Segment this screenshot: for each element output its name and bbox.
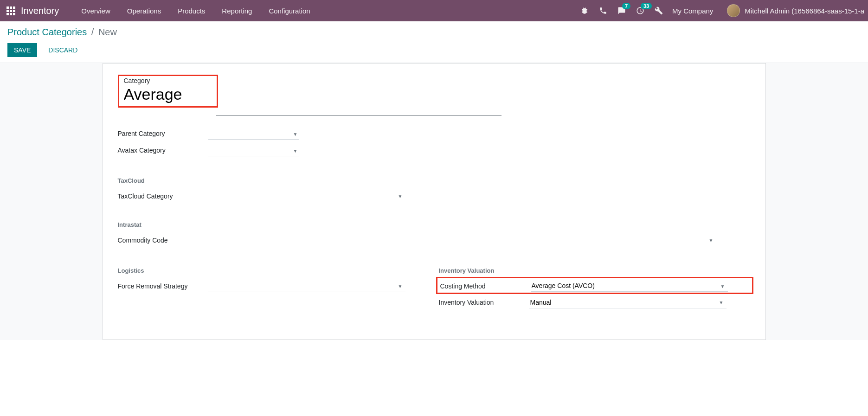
inventory-valuation-select[interactable] [529,297,727,308]
discard-button[interactable]: Discard [42,43,84,57]
nav-products[interactable]: Products [169,1,213,20]
avatar [727,4,740,17]
costing-method-label: Costing Method [440,282,531,290]
breadcrumb-parent[interactable]: Product Categories [7,27,87,37]
apps-icon[interactable] [6,6,15,15]
activity-badge: 33 [641,3,652,9]
form-container: Category Parent Category ▼ Avatax Catego… [0,63,868,340]
breadcrumb-sep: / [91,27,94,37]
force-removal-input[interactable] [208,281,405,292]
parent-category-input[interactable] [208,128,299,140]
cp-buttons: Save Discard [7,43,861,63]
save-button[interactable]: Save [7,43,37,57]
nav-configuration[interactable]: Configuration [260,1,318,20]
logistics-section-title: Logistics [118,267,430,274]
avatax-category-label: Avatax Category [118,147,208,154]
activity-icon[interactable]: 33 [636,6,644,15]
parent-category-label: Parent Category [118,130,208,137]
debug-icon[interactable] [580,6,589,15]
inventory-valuation-section-title: Inventory Valuation [439,267,751,274]
chat-badge: 7 [622,3,630,9]
taxcloud-category-label: TaxCloud Category [118,192,208,200]
intrastat-section-title: Intrastat [118,221,751,228]
commodity-code-label: Commodity Code [118,237,208,244]
costing-method-select[interactable] [531,280,728,292]
breadcrumb-current: New [98,27,117,37]
nav-overview[interactable]: Overview [73,1,119,20]
avatax-category-input[interactable] [208,145,299,156]
phone-icon[interactable] [599,6,607,15]
control-panel: Product Categories / New Save Discard [0,21,868,63]
tools-icon[interactable] [655,6,663,15]
user-name: Mitchell Admin (16566864-saas-15-1-a [745,7,864,15]
company-switcher[interactable]: My Company [672,7,713,15]
category-name-input[interactable] [124,84,212,104]
commodity-code-input[interactable] [208,235,716,246]
nav-reporting[interactable]: Reporting [213,1,260,20]
taxcloud-category-input[interactable] [208,191,405,202]
nav-operations[interactable]: Operations [119,1,169,20]
force-removal-label: Force Removal Strategy [118,282,208,290]
taxcloud-section-title: TaxCloud [118,177,751,184]
form-sheet: Category Parent Category ▼ Avatax Catego… [103,63,766,340]
user-menu[interactable]: Mitchell Admin (16566864-saas-15-1-a [727,4,864,17]
breadcrumb: Product Categories / New [7,27,861,38]
navbar: Inventory Overview Operations Products R… [0,0,868,21]
category-block: Category [118,75,218,108]
nav-systray: 7 33 [580,6,663,15]
category-label: Category [124,77,212,84]
chat-icon[interactable]: 7 [617,6,626,15]
inventory-valuation-label: Inventory Valuation [439,299,529,306]
app-brand[interactable]: Inventory [21,6,59,16]
nav-menu: Overview Operations Products Reporting C… [73,1,318,20]
costing-method-row: Costing Method ▼ [436,277,753,294]
